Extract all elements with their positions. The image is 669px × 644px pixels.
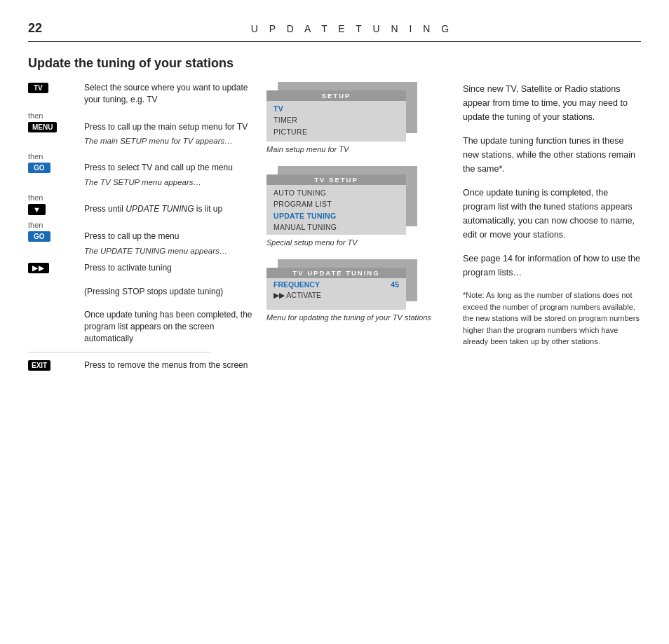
right-para-2: The update tuning function tunes in thes… <box>463 134 641 176</box>
step-exit-block: EXIT Press to remove the menus from the … <box>28 359 259 371</box>
frequency-value: 45 <box>391 280 399 289</box>
then-label-3: then <box>28 193 259 202</box>
down-button[interactable]: ▼ <box>28 204 46 215</box>
setup-caption: Main setup menu for TV <box>266 145 442 153</box>
step-go1-italic: The TV SETUP menu appears… <box>84 177 259 188</box>
go1-button[interactable]: GO <box>28 163 50 173</box>
updatetuning-main: TV UPDATE TUNING FREQUENCY 45 ▶▶ ACTIVAT… <box>266 268 406 310</box>
setup-items: TV TIMER PICTURE <box>266 101 406 139</box>
go2-button[interactable]: GO <box>28 231 50 242</box>
tvsetup-item-autotuning: AUTO TUNING <box>273 187 399 198</box>
setup-item-tv: TV <box>273 103 399 114</box>
step-go1-row: GO Press to select TV and call up the me… <box>28 162 259 188</box>
setup-diagram: SETUP TV TIMER PICTURE Main setup menu f… <box>266 82 442 153</box>
menu-button-col: MENU <box>28 121 77 132</box>
step-tv-block: TV Select the source where you want to u… <box>28 82 259 106</box>
exit-button[interactable]: EXIT <box>28 360 50 371</box>
step-go1-text: Press to select TV and call up the menu … <box>84 162 259 188</box>
tvsetup-caption: Special setup menu for TV <box>266 238 442 247</box>
updatetuning-box: TV UPDATE TUNING FREQUENCY 45 ▶▶ ACTIVAT… <box>266 259 417 310</box>
step-down-text: Press until UPDATE TUNING is lit up <box>84 203 259 215</box>
step-menu-row: MENU Press to call up the main setup men… <box>28 121 259 147</box>
step-ff-text: Press to activate tuning (Pressing STOP … <box>84 262 259 345</box>
setup-menu-box: SETUP TV TIMER PICTURE <box>266 82 417 142</box>
page: 22 U P D A T E T U N I N G Update the tu… <box>0 0 669 644</box>
down-button-col: ▼ <box>28 203 77 215</box>
step-exit-row: EXIT Press to remove the menus from the … <box>28 359 259 371</box>
main-content: TV Select the source where you want to u… <box>28 82 641 377</box>
tvsetup-diagram: TV SETUP AUTO TUNING PROGRAM LIST UPDATE… <box>266 166 442 247</box>
step-go2-italic: The UPDATE TUNING menu appears… <box>84 245 259 256</box>
setup-item-picture: PICTURE <box>273 126 399 137</box>
right-para-4: See page 14 for information of how to us… <box>463 252 641 280</box>
then-label-4: then <box>28 221 259 229</box>
tvsetup-item-manualtuning: MANUAL TUNING <box>273 221 399 233</box>
page-title: U P D A T E T U N I N G <box>63 23 641 34</box>
frequency-label: FREQUENCY <box>273 280 320 289</box>
ff-button-col: ▶▶ <box>28 262 77 273</box>
step-tv-row: TV Select the source where you want to u… <box>28 82 259 106</box>
then-label-1: then <box>28 111 259 120</box>
diagrams-column: SETUP TV TIMER PICTURE Main setup menu f… <box>259 82 449 377</box>
go1-button-col: GO <box>28 162 77 173</box>
tvsetup-item-programlist: PROGRAM LIST <box>273 198 399 210</box>
tvsetup-menu-box: TV SETUP AUTO TUNING PROGRAM LIST UPDATE… <box>266 166 417 235</box>
step-go2-row: GO Press to call up the menu The UPDATE … <box>28 231 259 256</box>
updatetuning-frequency-row: FREQUENCY 45 <box>266 278 406 289</box>
updatetuning-caption: Menu for updating the tuning of your TV … <box>266 313 442 322</box>
step-ff-row: ▶▶ Press to activate tuning (Pressing ST… <box>28 262 259 345</box>
tvsetup-title: TV SETUP <box>266 174 406 185</box>
ff-button[interactable]: ▶▶ <box>28 263 49 273</box>
updatetuning-title: TV UPDATE TUNING <box>266 268 406 278</box>
step-go2-block: then GO Press to call up the menu The UP… <box>28 221 259 256</box>
exit-button-col: EXIT <box>28 359 77 371</box>
tvsetup-item-updatetuning: UPDATE TUNING <box>273 210 399 221</box>
step-go1-block: then GO Press to select TV and call up t… <box>28 152 259 188</box>
right-note: *Note: As long as the number of stations… <box>463 289 641 348</box>
step-down-row: ▼ Press until UPDATE TUNING is lit up <box>28 203 259 215</box>
instructions-column: TV Select the source where you want to u… <box>28 82 259 377</box>
section-title: Update the tuning of your stations <box>28 56 641 71</box>
description-column: Since new TV, Satellite or Radio station… <box>449 82 641 377</box>
setup-title: SETUP <box>266 90 406 101</box>
step-exit-text: Press to remove the menus from the scree… <box>84 359 259 371</box>
updatetuning-diagram: TV UPDATE TUNING FREQUENCY 45 ▶▶ ACTIVAT… <box>266 259 442 322</box>
tv-button-col: TV <box>28 82 77 93</box>
tv-button[interactable]: TV <box>28 83 48 93</box>
step-down-block: then ▼ Press until UPDATE TUNING is lit … <box>28 193 259 215</box>
page-header: 22 U P D A T E T U N I N G <box>28 21 641 42</box>
step-go2-text: Press to call up the menu The UPDATE TUN… <box>84 231 259 256</box>
step-ff-block: ▶▶ Press to activate tuning (Pressing ST… <box>28 262 259 345</box>
page-number: 22 <box>28 21 49 36</box>
setup-main: SETUP TV TIMER PICTURE <box>266 90 406 142</box>
divider <box>28 352 210 352</box>
menu-button[interactable]: MENU <box>28 122 57 132</box>
step-menu-text: Press to call up the main setup menu for… <box>84 121 259 147</box>
step-menu-block: then MENU Press to call up the main setu… <box>28 111 259 147</box>
activate-label: ▶▶ ACTIVATE <box>266 289 406 301</box>
right-para-1: Since new TV, Satellite or Radio station… <box>463 82 641 124</box>
tvsetup-items: AUTO TUNING PROGRAM LIST UPDATE TUNING M… <box>266 185 406 235</box>
step-menu-italic: The main SETUP menu for TV appears… <box>84 135 259 146</box>
then-label-2: then <box>28 152 259 160</box>
tvsetup-main: TV SETUP AUTO TUNING PROGRAM LIST UPDATE… <box>266 174 406 235</box>
setup-item-timer: TIMER <box>273 114 399 125</box>
right-para-3: Once update tuning is completed, the pro… <box>463 186 641 242</box>
go2-button-col: GO <box>28 231 77 242</box>
step-tv-text: Select the source where you want to upda… <box>84 82 259 106</box>
